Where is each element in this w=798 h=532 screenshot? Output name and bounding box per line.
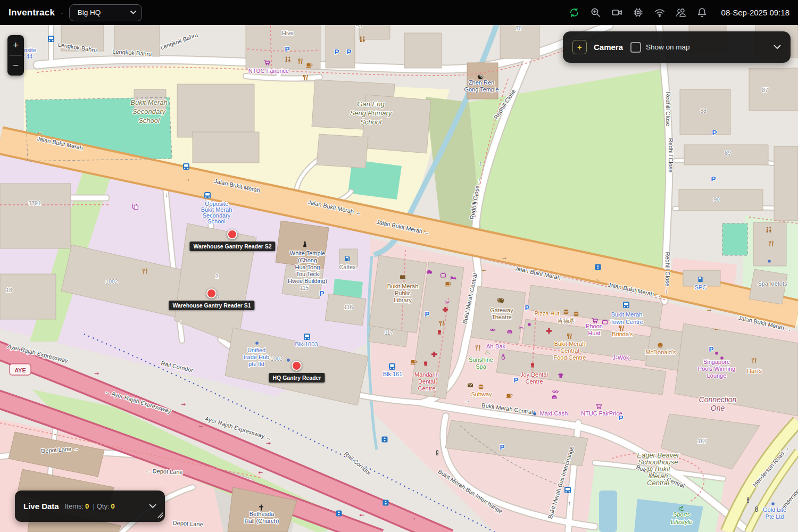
dot-purple-icon <box>715 352 718 355</box>
road-label: Redhill Close → <box>664 252 671 294</box>
poi-label: Subway <box>471 391 492 397</box>
lane-arrow: → <box>180 400 187 407</box>
library-icon <box>400 275 405 279</box>
hairdresser-icon: ✂ <box>519 325 523 331</box>
live-data-panel: Live Data Items: 0 | Qty: 0 <box>15 491 165 522</box>
poi-label: Maxi-Cash <box>540 410 568 417</box>
poi-label: Sparkletots <box>758 280 787 287</box>
refresh-icon[interactable] <box>569 7 580 18</box>
hairdresser-icon: ✂ <box>445 299 450 305</box>
resize-handle[interactable] <box>157 511 163 520</box>
elevator-icon <box>595 264 601 270</box>
elevator-icon <box>382 437 388 443</box>
lane-arrow: ↓ <box>208 202 211 209</box>
lane-arrow: ← <box>37 128 43 136</box>
bus-icon <box>304 334 310 340</box>
building-number: 116 <box>344 304 353 310</box>
svg-text:P: P <box>525 304 529 312</box>
bell-icon[interactable] <box>697 7 708 18</box>
lane-arrow: → <box>265 438 272 446</box>
post-icon <box>468 384 473 387</box>
lane-arrow: ← <box>713 325 720 332</box>
map-marker[interactable] <box>206 288 217 298</box>
poi-label: PhoonHuat <box>586 323 603 336</box>
show-on-map-label[interactable]: Show on map <box>646 43 690 51</box>
building-number: 167 <box>697 438 707 444</box>
lane-arrow: ↓ <box>165 191 168 198</box>
building-number: 117 <box>385 329 394 336</box>
poi-label: GatewayTheatre <box>490 307 513 320</box>
lane-arrow: ↓ <box>217 292 220 300</box>
elevator-icon <box>336 511 342 517</box>
camera-panel-chevron-icon[interactable] <box>774 45 781 49</box>
items-label: Items: <box>65 502 84 510</box>
poi-label: Caltex <box>339 264 356 270</box>
building-number: 88 <box>700 107 706 114</box>
poi-label: 肯德基 <box>558 318 575 324</box>
building-number: 115 <box>300 285 309 291</box>
poi-label: Gold LitePte Ltd <box>763 506 786 520</box>
building-number: 87 <box>762 87 768 93</box>
lane-arrow: ← <box>257 468 264 475</box>
lane-arrow: ↓ <box>179 319 182 326</box>
svg-text:P: P <box>346 48 351 56</box>
parking-icon: P <box>513 376 518 384</box>
parking-icon: P <box>425 310 429 318</box>
bus-icon <box>389 363 395 370</box>
svg-text:P: P <box>500 443 504 451</box>
building-number: 2 <box>215 273 219 279</box>
title-separator: - <box>61 9 63 17</box>
map-marker-label: Warehouse Gantry Reader S2 <box>189 242 275 251</box>
svg-text:P: P <box>425 310 429 318</box>
poi-label: Hive <box>282 30 294 36</box>
site-selector[interactable]: Big HQ <box>69 4 142 21</box>
map-marker[interactable] <box>292 361 302 371</box>
traffic-light-icon <box>747 497 749 503</box>
map-canvas[interactable]: PPPPPPPPPPPP☯✂✂✂♨ Lengkok BahruLengkok B… <box>0 0 798 532</box>
poi-label: Ah-Bak <box>486 343 506 350</box>
dot-blue-icon <box>768 260 771 263</box>
parking-icon: P <box>319 289 324 297</box>
svg-text:P: P <box>712 129 717 137</box>
site-selector-value: Big HQ <box>78 9 101 16</box>
bus-icon <box>564 487 571 493</box>
building-number: 3791 <box>28 200 41 206</box>
elevator-icon <box>383 500 389 506</box>
chip-icon[interactable] <box>633 7 644 18</box>
camera-add-button[interactable]: + <box>572 40 587 54</box>
route-shield-label: AYE <box>14 367 26 373</box>
poi-label: Blk 1003 <box>295 341 318 347</box>
map-base: PPPPPPPPPPPP☯✂✂✂♨ Lengkok BahruLengkok B… <box>0 0 798 532</box>
lane-arrow: → <box>94 369 100 376</box>
poi-label: Pizza Hut <box>534 310 559 317</box>
dot-purple-icon <box>528 323 531 326</box>
lane-arrow: → <box>501 253 508 261</box>
poi-label: BethesdaHall (Church) <box>245 511 279 524</box>
lane-arrow: → <box>184 175 190 182</box>
zoom-control: + − <box>7 35 24 76</box>
live-data-chevron-icon[interactable] <box>149 504 156 509</box>
building-number: 90 <box>713 196 720 203</box>
show-on-map-checkbox[interactable] <box>630 42 641 53</box>
bus-icon <box>623 302 629 308</box>
parking-icon: P <box>285 45 289 53</box>
datetime: 08-Sep-2025 09:18 <box>721 8 789 17</box>
live-data-title: Live Data <box>23 502 59 511</box>
wifi-icon[interactable] <box>654 7 665 18</box>
traffic-light-icon <box>436 450 438 455</box>
parking-icon: P <box>712 129 717 137</box>
svg-text:P: P <box>319 289 324 297</box>
lane-arrow: → <box>410 514 417 521</box>
zoom-in-button[interactable]: + <box>7 35 24 55</box>
users-icon[interactable] <box>676 7 686 18</box>
road-label: Redhill Close <box>665 92 671 127</box>
poi-label: Han's <box>747 368 762 374</box>
svg-text:P: P <box>709 345 713 353</box>
building-number: 89 <box>725 149 731 156</box>
video-camera-icon[interactable] <box>612 7 622 18</box>
map-marker[interactable] <box>227 229 237 239</box>
lane-arrow: → <box>706 305 712 313</box>
zoom-out-button[interactable]: − <box>7 56 24 76</box>
zoom-in-icon[interactable] <box>591 7 601 18</box>
dot-blue-icon <box>287 359 290 362</box>
